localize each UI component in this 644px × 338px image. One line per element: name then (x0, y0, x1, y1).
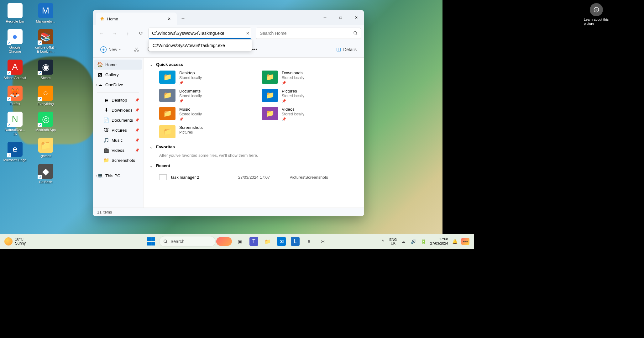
sidebar-item[interactable]: 🎬Videos📌 (94, 145, 142, 155)
start-button[interactable] (145, 235, 157, 248)
app-icon: 📚↗ (38, 29, 53, 44)
content-pane: ⌄ Quick access 📁DesktopStored locally📌📁D… (144, 58, 364, 208)
new-button[interactable]: + New ▾ (97, 45, 124, 55)
desktop-icon[interactable]: ●↗Google Chrome (3, 29, 27, 54)
chevron-right-icon: › (96, 83, 97, 87)
quick-access-item[interactable]: 📁ScreenshotsPictures (159, 125, 255, 138)
details-icon (336, 47, 341, 52)
sidebar-item[interactable]: 🎵Music📌 (94, 135, 142, 145)
sidebar-item[interactable]: 🖥Desktop📌 (94, 95, 142, 105)
quick-access-item[interactable]: 📁PicturesStored locally📌 (262, 89, 358, 103)
image-icon (159, 174, 167, 180)
taskbar-app-edge[interactable]: e (303, 235, 315, 248)
taskbar-search[interactable]: Search (159, 236, 216, 247)
sidebar-item[interactable]: 📄Documents📌 (94, 115, 142, 125)
close-button[interactable]: ✕ (348, 10, 364, 25)
tab-home[interactable]: Home ✕ (96, 13, 177, 25)
details-button[interactable]: Details (333, 45, 360, 54)
titlebar[interactable]: Home ✕ + ─ □ ✕ (93, 10, 364, 25)
sidebar-item[interactable]: ›☁OneDrive (94, 80, 142, 90)
back-button[interactable]: ← (96, 28, 107, 39)
desktop-icons-container: 🗑Recycle Bin●↗Google ChromeA↗Adobe Acrob… (3, 3, 59, 229)
address-clear-button[interactable]: ✕ (246, 31, 249, 36)
taskbar-app-snip[interactable]: ✂ (317, 235, 329, 248)
battery-tray-icon[interactable]: 🔋 (420, 238, 427, 245)
search-input[interactable] (256, 28, 361, 39)
onedrive-tray-icon[interactable]: ☁ (400, 238, 407, 245)
recent-file-row[interactable]: task manager 227/03/2024 17:07Pictures\S… (150, 172, 358, 182)
refresh-button[interactable]: ⟳ (135, 28, 147, 39)
app-icon: M (38, 3, 53, 18)
clock[interactable]: 17:08 27/03/2024 (430, 237, 448, 246)
taskbar-app-teams[interactable]: T (248, 235, 260, 248)
desktop-icon[interactable]: 🦊↗Firefox (3, 86, 27, 106)
cut-button[interactable] (130, 44, 142, 55)
taskbar-center: Search ▣T📁✉Le✂ (145, 235, 329, 248)
sidebar-item[interactable]: ⬇Downloads📌 (94, 105, 142, 115)
quick-access-item[interactable]: 📁DocumentsStored locally📌 (159, 89, 255, 103)
notifications-tray-icon[interactable]: 🔔 (451, 238, 458, 245)
quick-access-item[interactable]: 📁DesktopStored locally📌 (159, 71, 255, 85)
sidebar-item[interactable]: 🖼Gallery (94, 70, 142, 80)
desktop-icon[interactable]: ◆↗Git Bash (34, 164, 57, 184)
search-highlight-icon[interactable] (216, 237, 232, 246)
app-icon: A↗ (8, 60, 23, 75)
sidebar-item[interactable]: 📁Screenshots (94, 155, 142, 165)
sidebar-item[interactable]: 🖼Pictures📌 (94, 125, 142, 135)
quick-access-header[interactable]: ⌄ Quick access (150, 62, 358, 67)
up-button[interactable]: ↑ (122, 28, 134, 39)
recent-header[interactable]: ⌄ Recent (150, 163, 358, 168)
taskbar-app-task-view[interactable]: ▣ (234, 235, 246, 248)
taskbar-apps: ▣T📁✉Le✂ (234, 235, 329, 248)
tray-chevron-up[interactable]: ^ (380, 238, 386, 245)
minimize-button[interactable]: ─ (317, 10, 333, 25)
pin-icon: 📌 (179, 81, 202, 85)
desktop-icon[interactable]: e↗Microsoft Edge (3, 142, 27, 162)
chevron-down-icon: ⌄ (150, 145, 153, 149)
weather-widget[interactable]: 10°C Sunny (4, 237, 26, 246)
desktop-icon[interactable]: ◉↗Steam (34, 60, 57, 80)
taskbar-app-mail[interactable]: ✉ (275, 235, 288, 248)
desktop-icon[interactable]: ○↗Everything (34, 86, 57, 106)
folder-icon: 🎬 (103, 147, 109, 153)
desktop-icon[interactable]: 📚↗calibre 64bit - E-book m... (34, 29, 57, 54)
pin-icon: 📌 (135, 118, 139, 122)
desktop-icon[interactable]: N↗NaturalRea... 16 (3, 112, 27, 136)
taskbar-app-app-l[interactable]: L (289, 235, 301, 248)
svg-rect-5 (337, 48, 341, 51)
learn-about-picture[interactable]: Learn about this picture (584, 3, 609, 26)
taskbar-app-explorer[interactable]: 📁 (261, 235, 274, 248)
navigation-bar: ← → ↑ ⟳ ✕ C:\Windows\SysWow64\Taskmgr.ex… (93, 25, 364, 41)
taskbar-right: ^ ENG UK ☁ 🔊 🔋 17:08 27/03/2024 🔔 PRE (380, 237, 469, 246)
folder-icon: ⬇ (103, 107, 109, 113)
new-tab-button[interactable]: + (177, 13, 189, 25)
chevron-down-icon: ⌄ (150, 62, 153, 67)
desktop-icon[interactable]: MMalwareby... (34, 3, 57, 24)
volume-tray-icon[interactable]: 🔊 (410, 238, 417, 245)
desktop-icon[interactable]: 📁.games (34, 138, 57, 158)
language-indicator[interactable]: ENG UK (390, 238, 397, 245)
quick-access-item[interactable]: 📁DownloadsStored locally📌 (262, 71, 358, 85)
pin-icon: 📌 (282, 117, 304, 121)
forward-button[interactable]: → (109, 28, 120, 39)
tab-close-button[interactable]: ✕ (165, 15, 173, 23)
sidebar-item[interactable]: ›💻This PC (94, 171, 142, 181)
app-icon: ○↗ (38, 86, 53, 101)
desktop-icon[interactable]: 🗑Recycle Bin (3, 3, 27, 24)
quick-access-item[interactable]: 📁MusicStored locally📌 (159, 107, 255, 121)
maximize-button[interactable]: □ (333, 10, 348, 25)
favorites-header[interactable]: ⌄ Favorites (150, 145, 358, 149)
sidebar-item[interactable]: 🏠Home (94, 60, 142, 70)
desktop-icon[interactable]: A↗Adobe Acrobat (3, 60, 27, 80)
pre-badge-icon[interactable]: PRE (461, 238, 469, 245)
folder-icon: ☁ (97, 82, 103, 87)
explorer-icon: 📁 (263, 237, 272, 246)
folder-icon: 📁 (159, 89, 175, 102)
quick-access-item[interactable]: 📁VideosStored locally📌 (262, 107, 358, 121)
learn-icon (590, 3, 603, 16)
address-suggestion-item[interactable]: C:\Windows\SysWow64\Taskmgr.exe (149, 40, 252, 51)
desktop-icon[interactable]: ◎↗Modrinth App (34, 112, 57, 132)
folder-icon: 📁 (159, 71, 175, 84)
address-bar[interactable] (149, 28, 251, 39)
pin-icon: 📌 (179, 117, 202, 121)
